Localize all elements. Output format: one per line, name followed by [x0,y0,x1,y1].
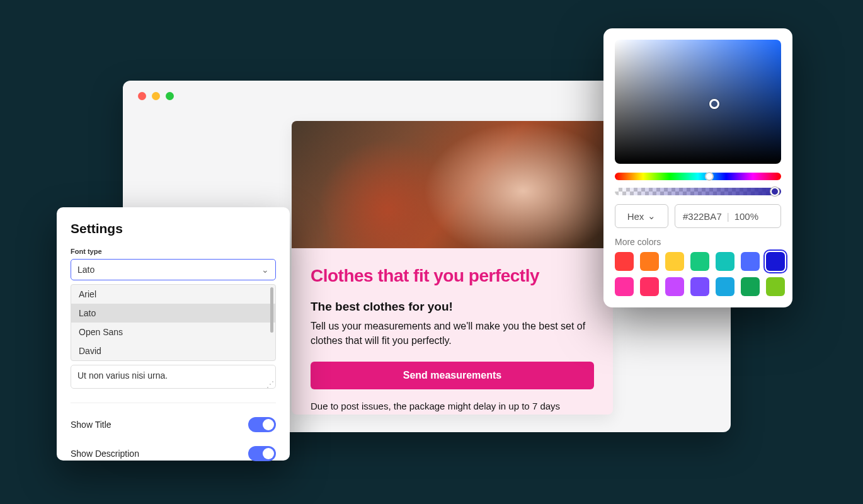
promo-card-image [292,121,613,248]
font-option[interactable]: Lato [71,304,275,323]
show-description-label: Show Description [71,449,139,459]
font-type-select[interactable]: Lato ⌄ [71,259,276,280]
color-swatch[interactable] [741,252,760,271]
color-swatches [615,252,781,296]
send-measurements-button[interactable]: Send measurements [311,362,594,389]
promo-card-title: Clothes that fit you perfectly [311,266,594,286]
font-option[interactable]: David [71,341,275,360]
show-title-row: Show Title [71,417,276,432]
font-option[interactable]: Open Sans [71,323,275,341]
color-swatch[interactable] [690,252,709,271]
close-window-icon[interactable] [138,92,146,100]
saturation-value-area[interactable] [615,40,781,164]
color-value-row: Hex ⌄ #322BA7 | 100% [615,204,781,228]
promo-card: Clothes that fit you perfectly The best … [292,121,613,415]
chevron-down-icon: ⌄ [261,265,269,275]
hex-value: #322BA7 [683,211,722,222]
maximize-window-icon[interactable] [166,92,174,100]
font-type-selected-value: Lato [77,265,94,275]
promo-card-subtitle: The best clothes for you! [311,300,594,314]
show-title-toggle[interactable] [248,417,276,432]
color-swatch[interactable] [615,252,634,271]
font-type-label: Font type [71,248,276,255]
color-format-select[interactable]: Hex ⌄ [615,204,668,228]
color-swatch[interactable] [665,252,684,271]
color-format-label: Hex [627,211,644,222]
font-type-options: Ariel Lato Open Sans David [71,284,276,361]
color-swatch[interactable] [640,252,659,271]
alpha-slider[interactable] [615,188,781,195]
minimize-window-icon[interactable] [152,92,160,100]
promo-card-description: Tell us your measurements and we'll make… [311,319,594,348]
saturation-value-handle-icon[interactable] [709,99,719,109]
sample-text-input[interactable]: Ut non varius nisi urna. ⋰ [71,365,276,389]
show-title-label: Show Title [71,420,111,430]
color-swatch[interactable] [766,277,785,296]
hue-slider[interactable] [615,173,781,180]
options-scrollbar[interactable] [270,287,273,333]
color-swatch[interactable] [640,277,659,296]
hue-slider-handle-icon[interactable] [705,172,714,181]
show-description-toggle[interactable] [248,446,276,461]
color-swatch[interactable] [716,277,734,296]
promo-card-note: Due to post issues, the package might de… [311,401,594,411]
color-swatch[interactable] [665,277,684,296]
color-swatch[interactable] [766,252,785,271]
color-swatch[interactable] [741,277,760,296]
settings-title: Settings [71,221,276,236]
hex-opacity-separator: | [727,211,729,222]
settings-divider [71,403,276,403]
color-swatch[interactable] [690,277,709,296]
color-swatch[interactable] [716,252,734,271]
settings-panel: Settings Font type Lato ⌄ Ariel Lato Ope… [57,207,290,461]
alpha-slider-handle-icon[interactable] [770,187,779,196]
show-description-row: Show Description [71,446,276,461]
promo-card-body: Clothes that fit you perfectly The best … [292,248,613,415]
color-picker: Hex ⌄ #322BA7 | 100% More colors [603,28,792,307]
font-option[interactable]: Ariel [71,285,275,304]
color-value-input[interactable]: #322BA7 | 100% [675,204,781,228]
more-colors-label: More colors [615,237,781,247]
color-swatch[interactable] [615,277,634,296]
chevron-down-icon: ⌄ [648,210,656,222]
sample-text-value: Ut non varius nisi urna. [77,370,168,381]
opacity-value: 100% [734,211,758,222]
resize-handle-icon[interactable]: ⋰ [266,382,273,387]
